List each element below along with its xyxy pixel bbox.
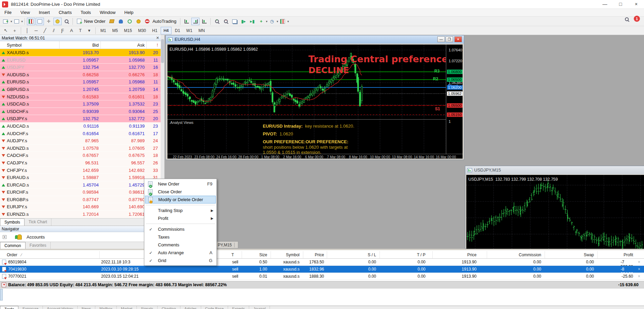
zoom-in-icon[interactable]: +: [213, 18, 221, 25]
terminal-tab-news[interactable]: News: [78, 306, 96, 309]
terminal-tab-market[interactable]: Market: [117, 306, 137, 309]
close-order-icon[interactable]: ×: [638, 274, 640, 279]
timeframe-d1[interactable]: D1: [172, 27, 183, 34]
context-trailing-stop[interactable]: Trailing Stop▶: [145, 207, 216, 214]
terminal-tab-signals[interactable]: Signals: [137, 306, 158, 309]
maximize-button[interactable]: □: [613, 0, 628, 9]
context-commissions[interactable]: ✓Commissions: [145, 225, 216, 233]
new-chart-icon[interactable]: +: [2, 18, 10, 25]
market-watch-row[interactable]: CADCHF.s0.676570.6767518: [0, 152, 161, 159]
menu-window[interactable]: Window: [95, 9, 120, 16]
eurusd-price-scale[interactable]: 1.076401.072201.0638011.068001.065001.06…: [446, 45, 463, 154]
market-watch-row[interactable]: EURJPY.s140.669140.690: [0, 203, 161, 211]
market-watch-row[interactable]: AUDUSD.s0.662580.6627618: [0, 71, 161, 79]
crosshair-mode-icon[interactable]: [200, 18, 208, 25]
text-icon[interactable]: A: [67, 27, 76, 34]
header-commission[interactable]: Commission: [519, 253, 541, 257]
signals-icon[interactable]: [126, 18, 134, 25]
menu-insert[interactable]: Insert: [34, 9, 54, 16]
text-label-icon[interactable]: T: [76, 27, 84, 34]
market-watch-row[interactable]: EURAUD.s1.598871.5991831: [0, 174, 161, 181]
market-watch-row[interactable]: CHFJPY.s142.659142.69233: [0, 167, 161, 174]
context-new-order[interactable]: +New OrderF9: [145, 180, 216, 188]
horizontal-line-icon[interactable]: ─: [32, 27, 40, 34]
order-row[interactable]: 707700212023.03.15 12:04:21sell0.01xauus…: [0, 273, 644, 280]
market-watch-row[interactable]: CADJPY.s96.53196.55726: [0, 159, 161, 167]
market-icon[interactable]: [108, 18, 116, 25]
header-symbol[interactable]: Symbol: [286, 253, 300, 257]
orders-table-header[interactable]: Order∕TSizeSymbolPriceS / LT / PPriceCom…: [0, 251, 644, 259]
market-watch-close-icon[interactable]: ✕: [155, 36, 160, 40]
timeframe-m5[interactable]: M5: [110, 27, 121, 34]
market-watch-row[interactable]: EURCHF.s0.985940.98611: [0, 189, 161, 196]
market-watch-row[interactable]: EURUSD1.059571.0596811: [0, 56, 161, 64]
market-watch-row[interactable]: AUDJPY.s87.96587.98924: [0, 137, 161, 145]
chart-shift-icon[interactable]: ▸▮: [248, 18, 256, 25]
context-profit[interactable]: Profit▶: [145, 214, 216, 222]
market-watch-row[interactable]: EURGBP.s0.877470.87760: [0, 196, 161, 204]
timeframe-m15[interactable]: M15: [121, 27, 134, 34]
order-row[interactable]: 704198302023.03.10 09:28:15sell1.00xauus…: [0, 266, 644, 273]
market-watch-row[interactable]: NZDUSD.s0.615830.6160118: [0, 93, 161, 101]
chart-minimize-button[interactable]: —: [437, 36, 445, 42]
timeframe-mn[interactable]: MN: [196, 27, 208, 34]
tree-expand-icon[interactable]: +: [3, 235, 6, 239]
autotrading-button[interactable]: AutoTrading: [152, 19, 176, 24]
timeframe-m30[interactable]: M30: [135, 27, 149, 34]
chart-close-button[interactable]: ×: [454, 36, 462, 42]
terminal-tab-trade[interactable]: Trade: [0, 306, 18, 309]
profiles-icon[interactable]: [13, 18, 21, 25]
col-spread[interactable]: !: [157, 43, 158, 48]
timeframe-m1[interactable]: M1: [98, 27, 109, 34]
terminal-tab-charting[interactable]: Charting: [158, 306, 180, 309]
vertical-line-icon[interactable]: │: [23, 27, 31, 34]
order-row[interactable]: 650198042022.11.18 10:3sell0.50xauusd.s1…: [0, 259, 644, 266]
scrollbar-thumb[interactable]: [161, 39, 164, 63]
terminal-tab-code-base[interactable]: Code Base: [201, 306, 228, 309]
channel-icon[interactable]: ⫽: [50, 27, 58, 34]
close-order-icon[interactable]: ×: [638, 267, 640, 272]
objects-list-icon[interactable]: [191, 18, 199, 25]
fibonacci-icon[interactable]: Ƒ: [59, 27, 67, 34]
eurusd-date-axis[interactable]: 22 Feb 202323 Feb 08:0024 Feb 16:0028 Fe…: [167, 154, 463, 159]
timeframe-h4[interactable]: H4: [161, 27, 171, 34]
context-grid[interactable]: ✓GridG: [145, 257, 216, 264]
market-watch-header[interactable]: Symbol Bid Ask !: [0, 41, 161, 49]
col-bid[interactable]: Bid: [92, 43, 99, 48]
context-taxes[interactable]: Taxes: [145, 233, 216, 241]
strategy-tester-icon[interactable]: [62, 18, 70, 25]
context-modify-or-delete-order[interactable]: Modify or Delete Order: [145, 196, 216, 204]
market-watch-row[interactable]: EURCAD.s1.457041.45729: [0, 181, 161, 189]
profiles-icon-dropdown[interactable]: ▾: [21, 20, 23, 23]
tab-tick-chart[interactable]: Tick Chart: [25, 218, 51, 226]
tab-symbols[interactable]: Symbols: [0, 218, 25, 226]
navigator-icon[interactable]: ✛: [45, 18, 53, 25]
new-order-icon[interactable]: [75, 18, 83, 25]
market-watch-row[interactable]: EURUSD.s1.059571.0596811: [0, 78, 161, 86]
menu-tools[interactable]: Tools: [76, 9, 95, 16]
context-close-order[interactable]: ✓Close Order: [145, 188, 216, 196]
new-order-button[interactable]: New Order: [84, 19, 106, 24]
periods-icon-dropdown[interactable]: ▾: [277, 20, 278, 23]
templates-icon-dropdown[interactable]: ▾: [287, 20, 289, 23]
market-watch-row[interactable]: GBPUSD.s1.207451.2075914: [0, 86, 161, 93]
market-watch-row[interactable]: EURNZD.s1.720141.72061: [0, 211, 161, 218]
market-watch-row[interactable]: AUDNZD.s1.075781.0760527: [0, 145, 161, 152]
menu-charts[interactable]: Charts: [54, 9, 76, 16]
auto-scroll-icon[interactable]: ▮▸: [239, 18, 247, 25]
terminal-tab-account-history[interactable]: Account History: [43, 306, 78, 309]
shapes-dropdown-icon[interactable]: ▾: [85, 27, 93, 34]
minimize-button[interactable]: —: [597, 0, 613, 9]
header-price[interactable]: Price: [315, 253, 324, 257]
terminal-tab-exposure[interactable]: Exposure: [18, 306, 43, 309]
header-order[interactable]: Order: [7, 253, 17, 257]
navigator-accounts-item[interactable]: Accounts: [27, 234, 45, 240]
context-auto-arrange[interactable]: ✓Auto ArrangeA: [145, 249, 216, 257]
zoom-out-icon[interactable]: −: [222, 18, 230, 25]
col-ask[interactable]: Ask: [137, 43, 145, 48]
tab-common[interactable]: Common: [0, 242, 26, 249]
market-watch-row[interactable]: USDJPY132.754132.77016: [0, 64, 161, 71]
tile-windows-icon[interactable]: [230, 18, 239, 25]
terminal-tab-mailbox[interactable]: Mailbox: [95, 306, 117, 309]
trendline-icon[interactable]: ╱: [41, 27, 49, 34]
